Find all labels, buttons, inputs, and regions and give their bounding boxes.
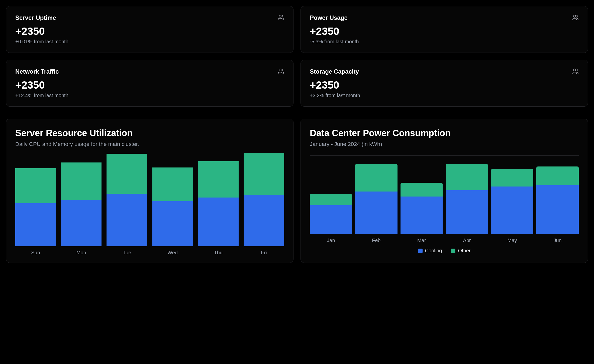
bar-label: Mon: [76, 250, 86, 256]
stat-card-power-usage: Power Usage +2350 -5.3% from last month: [301, 6, 588, 53]
bar-column: Fri: [244, 153, 284, 256]
stat-delta: +12.4% from last month: [15, 93, 284, 98]
chart-legend: Cooling Other: [310, 248, 579, 254]
bar-column: Tue: [107, 154, 147, 256]
bar-segment: [310, 194, 352, 205]
bar-segment: [310, 205, 352, 234]
bar-segment: [446, 190, 488, 234]
bar-stack: [355, 164, 398, 234]
bar-column: Jun: [536, 166, 579, 243]
stat-delta: +3.2% from last month: [310, 93, 579, 98]
bar-label: Tue: [123, 250, 131, 256]
bar-label: Sun: [31, 250, 40, 256]
legend-item-cooling: Cooling: [418, 248, 442, 254]
bar-segment: [355, 192, 398, 234]
stats-grid: Server Uptime +2350 +0.01% from last mon…: [6, 6, 588, 107]
chart-card-server-resource: Server Resource Utilization Daily CPU an…: [6, 119, 293, 263]
chart-subtitle: Daily CPU and Memory usage for the main …: [15, 141, 284, 147]
bar-label: May: [508, 238, 517, 243]
users-icon: [278, 68, 284, 76]
bar-stack: [244, 153, 284, 246]
bar-segment: [107, 154, 147, 194]
stat-card-storage-capacity: Storage Capacity +2350 +3.2% from last m…: [301, 60, 588, 107]
bar-column: Mar: [401, 183, 443, 243]
bar-column: Sun: [15, 168, 56, 256]
legend-swatch-icon: [418, 249, 423, 253]
chart-title: Server Resource Utilization: [15, 128, 284, 138]
bar-stack: [401, 183, 443, 234]
users-icon: [572, 14, 579, 22]
stat-delta: -5.3% from last month: [310, 39, 579, 45]
stat-card-server-uptime: Server Uptime +2350 +0.01% from last mon…: [6, 6, 293, 53]
stat-delta: +0.01% from last month: [15, 39, 284, 45]
bar-label: Fri: [261, 250, 267, 256]
bar-column: Feb: [355, 164, 398, 243]
stat-title: Network Traffic: [15, 68, 284, 75]
bar-label: Thu: [214, 250, 223, 256]
stat-card-network-traffic: Network Traffic +2350 +12.4% from last m…: [6, 60, 293, 107]
legend-label: Cooling: [425, 248, 442, 254]
chart-area: JanFebMarAprMayJun Cooling Other: [310, 155, 579, 254]
bar-stack: [198, 161, 239, 246]
bar-stack: [61, 162, 102, 246]
bar-segment: [536, 166, 579, 185]
users-icon: [572, 68, 579, 76]
bar-stack: [536, 166, 579, 234]
chart-subtitle: January - June 2024 (in kWh): [310, 141, 579, 147]
stat-title: Storage Capacity: [310, 68, 579, 75]
bar-segment: [198, 161, 239, 198]
bar-segment: [198, 198, 239, 246]
stat-value: +2350: [310, 79, 579, 91]
bar-stack: [107, 154, 147, 246]
bar-segment: [244, 195, 284, 246]
bar-stack: [152, 167, 193, 246]
bar-segment: [244, 153, 284, 195]
bar-segment: [491, 169, 533, 187]
bar-column: Mon: [61, 162, 102, 256]
bar-column: May: [491, 169, 533, 243]
bar-segment: [401, 183, 443, 197]
stat-value: +2350: [15, 79, 284, 91]
bar-segment: [401, 197, 443, 234]
bar-segment: [152, 201, 193, 246]
stat-value: +2350: [310, 25, 579, 37]
bar-segment: [152, 167, 193, 201]
stat-value: +2350: [15, 25, 284, 37]
svg-point-2: [279, 69, 281, 71]
bar-stack: [310, 194, 352, 234]
stat-title: Power Usage: [310, 14, 579, 21]
bars-row: SunMonTueWedThuFri: [15, 155, 284, 256]
users-icon: [278, 14, 284, 22]
legend-swatch-icon: [451, 249, 455, 253]
charts-grid: Server Resource Utilization Daily CPU an…: [6, 119, 588, 263]
bar-segment: [355, 164, 398, 192]
bar-label: Jun: [553, 238, 561, 243]
bar-segment: [15, 203, 56, 246]
bar-segment: [107, 194, 147, 246]
bar-stack: [15, 168, 56, 246]
bar-stack: [446, 164, 488, 234]
bar-label: Apr: [463, 238, 471, 243]
bar-label: Mar: [417, 238, 426, 243]
bar-label: Feb: [372, 238, 380, 243]
bar-segment: [446, 164, 488, 190]
chart-title: Data Center Power Consumption: [310, 128, 579, 138]
chart-area: SunMonTueWedThuFri: [15, 155, 284, 256]
bar-segment: [15, 168, 56, 203]
bar-column: Wed: [152, 167, 193, 256]
bar-segment: [61, 200, 102, 246]
stat-title: Server Uptime: [15, 14, 284, 21]
legend-item-other: Other: [451, 248, 470, 254]
chart-card-power-consumption: Data Center Power Consumption January - …: [301, 119, 588, 263]
bar-segment: [536, 185, 579, 234]
bar-label: Jan: [327, 238, 335, 243]
bar-label: Wed: [167, 250, 178, 256]
svg-point-3: [573, 69, 576, 71]
bar-segment: [491, 187, 533, 234]
svg-point-1: [573, 15, 576, 17]
bar-column: Jan: [310, 194, 352, 243]
bar-column: Apr: [446, 164, 488, 243]
legend-label: Other: [458, 248, 470, 254]
bar-stack: [491, 169, 533, 234]
bars-row: JanFebMarAprMayJun: [310, 156, 579, 243]
